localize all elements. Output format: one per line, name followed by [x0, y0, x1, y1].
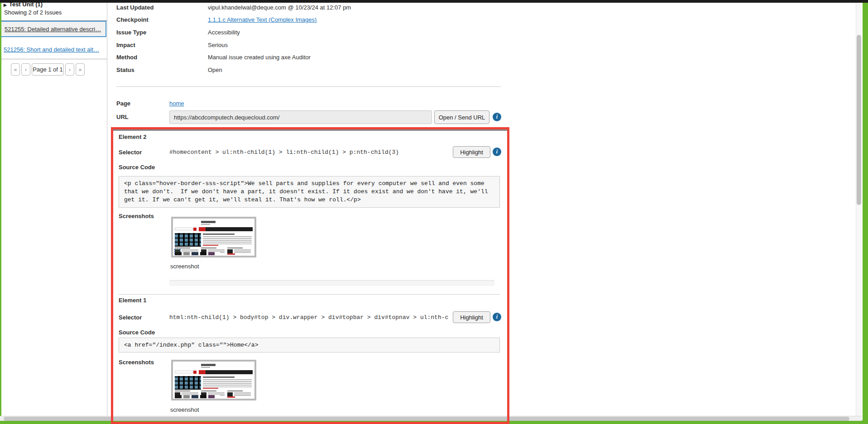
detail-label: Method	[116, 54, 137, 61]
screen-frame-left	[0, 2, 1, 424]
issue-list-item-selected[interactable]: 521255: Detailed alternative descri…	[0, 21, 106, 37]
screen-frame-bottom	[0, 420, 868, 424]
webpage-thumbnail[interactable]	[171, 217, 256, 257]
thumb-hero-image	[175, 376, 201, 390]
screenshots-label: Screenshots	[119, 213, 154, 219]
page-link[interactable]: home	[169, 100, 184, 107]
checkpoint-link[interactable]: 1.1.1.c Alternative Text (Complex Images…	[208, 16, 317, 23]
url-input[interactable]	[169, 110, 432, 124]
info-icon[interactable]: i	[493, 113, 501, 121]
screen-frame-right	[863, 2, 868, 424]
last-updated-value: vipul.khandelwal@deque.com @ 10/23/24 at…	[208, 4, 351, 11]
pagination-page-label: Page 1 of 1	[32, 63, 64, 76]
pagination-first-button[interactable]: «	[11, 63, 20, 76]
screenshots-panel: screenshot	[169, 357, 494, 416]
selector-value: html:nth-child(1) > body#top > div.wrapp…	[169, 314, 450, 321]
source-code-label: Source Code	[119, 329, 155, 336]
element-1-title: Element 1	[119, 297, 146, 304]
issue-detail-panel: Last Updated vipul.khandelwal@deque.com …	[108, 3, 855, 416]
showing-issues-count: Showing 2 of 2 Issues	[4, 9, 62, 16]
vertical-scrollbar-thumb[interactable]	[857, 35, 861, 205]
page-label: Page	[116, 100, 130, 107]
pagination-prev-button[interactable]: ‹	[21, 63, 30, 76]
info-icon[interactable]: i	[493, 313, 501, 321]
detail-label: Checkpoint	[116, 16, 149, 23]
selector-value: #homecontent > ul:nth-child(1) > li:nth-…	[169, 149, 450, 156]
horizontal-scrollbar[interactable]	[0, 416, 862, 421]
horizontal-scrollbar-thumb[interactable]	[4, 417, 849, 421]
detail-label: Issue Type	[116, 29, 146, 36]
highlight-button[interactable]: Highlight	[453, 311, 490, 323]
vertical-scrollbar[interactable]	[856, 3, 862, 416]
screenshot-caption: screenshot	[170, 263, 199, 270]
detail-label: Impact	[116, 42, 135, 48]
section-divider	[116, 86, 501, 87]
open-send-url-button[interactable]: Open / Send URL	[434, 110, 489, 124]
issues-sidebar: ▶Test Unit (1) Showing 2 of 2 Issues 521…	[0, 3, 107, 416]
pagination-next-button[interactable]: ›	[65, 63, 74, 76]
source-code-block: <p class="hover-border-sss-script">We se…	[119, 176, 500, 208]
thumb-logo	[201, 364, 216, 366]
method-value: Manual issue created using axe Auditor	[208, 54, 311, 61]
info-icon[interactable]: i	[493, 148, 501, 156]
detail-label: Last Updated	[116, 4, 153, 11]
thumb-hero-image	[175, 233, 201, 247]
source-code-block: <a href="/index.php" class="">Home</a>	[119, 338, 500, 353]
impact-value: Serious	[208, 42, 228, 48]
element-2-title: Element 2	[119, 133, 146, 140]
selector-label: Selector	[119, 314, 142, 321]
status-value: Open	[208, 67, 222, 73]
panel-scrollbar[interactable]	[169, 280, 494, 286]
issue-list-item[interactable]: 521256: Short and detailed text alt…	[4, 46, 99, 53]
screenshots-panel: screenshot	[169, 214, 494, 286]
screenshot-caption: screenshot	[170, 406, 199, 413]
screenshots-label: Screenshots	[119, 359, 154, 366]
issue-type-value: Accessibility	[208, 29, 240, 36]
webpage-thumbnail[interactable]	[171, 360, 256, 400]
pagination-last-button[interactable]: »	[76, 63, 85, 76]
selector-label: Selector	[119, 149, 142, 156]
top-black-bar	[0, 0, 868, 3]
sidebar-divider	[0, 59, 107, 59]
expander-triangle-icon: ▶	[4, 3, 7, 7]
section-divider	[119, 294, 500, 295]
source-code-label: Source Code	[119, 164, 155, 171]
url-label: URL	[116, 114, 129, 120]
issue-link-label: 521255: Detailed alternative descri…	[5, 26, 101, 33]
thumb-logo	[201, 221, 216, 223]
pagination: « ‹ Page 1 of 1 › »	[11, 63, 85, 76]
detail-label: Status	[116, 67, 134, 73]
highlight-button[interactable]: Highlight	[453, 146, 490, 158]
